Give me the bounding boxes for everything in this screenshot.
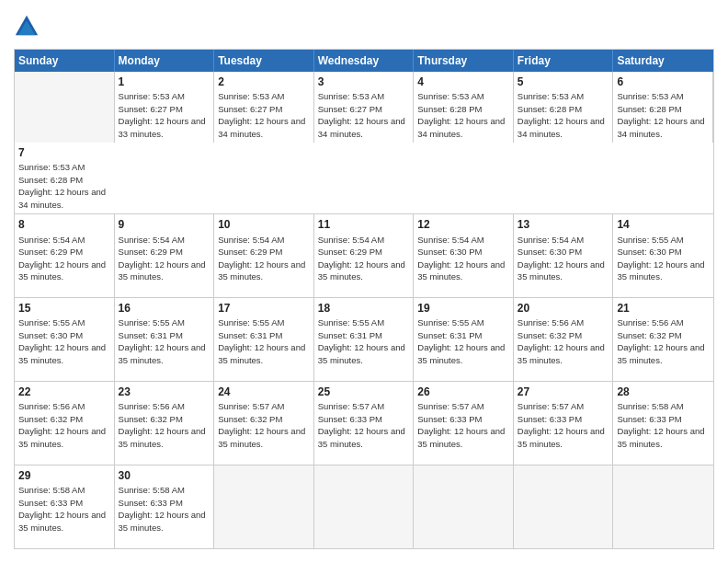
calendar-cell: 10Sunrise: 5:54 AMSunset: 6:29 PMDayligh… <box>214 214 314 297</box>
day-number: 11 <box>318 217 410 232</box>
header-day: Wednesday <box>314 50 415 72</box>
calendar-cell-empty <box>414 465 514 548</box>
calendar-cell: 30Sunrise: 5:58 AMSunset: 6:33 PMDayligh… <box>115 465 215 548</box>
calendar-cell-empty <box>15 72 115 143</box>
cell-info: Sunrise: 5:53 AMSunset: 6:28 PMDaylight:… <box>518 91 605 139</box>
page: SundayMondayTuesdayWednesdayThursdayFrid… <box>0 0 728 563</box>
day-number: 21 <box>617 301 710 316</box>
day-number: 1 <box>119 75 210 89</box>
calendar-cell: 19Sunrise: 5:55 AMSunset: 6:31 PMDayligh… <box>414 298 514 381</box>
calendar: SundayMondayTuesdayWednesdayThursdayFrid… <box>14 49 714 549</box>
day-number: 22 <box>18 385 110 399</box>
calendar-cell: 2Sunrise: 5:53 AMSunset: 6:27 PMDaylight… <box>214 72 314 143</box>
header-day: Saturday <box>613 50 713 72</box>
calendar-cell: 24Sunrise: 5:57 AMSunset: 6:32 PMDayligh… <box>214 382 314 465</box>
day-number: 15 <box>18 301 110 316</box>
calendar-cell: 26Sunrise: 5:57 AMSunset: 6:33 PMDayligh… <box>414 382 514 465</box>
calendar-cell: 13Sunrise: 5:54 AMSunset: 6:30 PMDayligh… <box>514 214 614 297</box>
header-day: Thursday <box>414 50 514 72</box>
calendar-cell: 20Sunrise: 5:56 AMSunset: 6:32 PMDayligh… <box>514 298 614 381</box>
cell-info: Sunrise: 5:53 AMSunset: 6:27 PMDaylight:… <box>119 91 206 139</box>
calendar-cell: 5Sunrise: 5:53 AMSunset: 6:28 PMDaylight… <box>514 72 614 143</box>
day-number: 12 <box>417 217 509 232</box>
calendar-cell: 14Sunrise: 5:55 AMSunset: 6:30 PMDayligh… <box>613 214 713 297</box>
day-number: 28 <box>617 385 710 399</box>
day-number: 2 <box>218 75 310 89</box>
day-number: 19 <box>417 301 509 316</box>
calendar-cell: 18Sunrise: 5:55 AMSunset: 6:31 PMDayligh… <box>314 298 415 381</box>
day-number: 29 <box>18 468 110 483</box>
calendar-cell: 23Sunrise: 5:56 AMSunset: 6:32 PMDayligh… <box>115 382 215 465</box>
logo <box>14 14 43 40</box>
day-number: 9 <box>119 217 210 232</box>
cell-info: Sunrise: 5:54 AMSunset: 6:29 PMDaylight:… <box>18 235 106 282</box>
day-number: 14 <box>617 217 710 232</box>
header-day: Monday <box>115 50 215 72</box>
calendar-cell: 17Sunrise: 5:55 AMSunset: 6:31 PMDayligh… <box>214 298 314 381</box>
day-number: 13 <box>518 217 609 232</box>
cell-info: Sunrise: 5:54 AMSunset: 6:29 PMDaylight:… <box>318 235 405 282</box>
day-number: 30 <box>119 468 210 483</box>
calendar-cell: 15Sunrise: 5:55 AMSunset: 6:30 PMDayligh… <box>15 298 115 381</box>
cell-info: Sunrise: 5:54 AMSunset: 6:30 PMDaylight:… <box>417 235 505 282</box>
header-day: Friday <box>514 50 614 72</box>
cell-info: Sunrise: 5:54 AMSunset: 6:29 PMDaylight:… <box>119 235 206 282</box>
cell-info: Sunrise: 5:54 AMSunset: 6:29 PMDaylight:… <box>218 235 305 282</box>
cell-info: Sunrise: 5:53 AMSunset: 6:28 PMDaylight:… <box>417 91 505 139</box>
day-number: 5 <box>518 75 609 89</box>
day-number: 8 <box>18 217 110 232</box>
calendar-cell: 3Sunrise: 5:53 AMSunset: 6:27 PMDaylight… <box>314 72 415 143</box>
calendar-header: SundayMondayTuesdayWednesdayThursdayFrid… <box>15 50 713 72</box>
cell-info: Sunrise: 5:58 AMSunset: 6:33 PMDaylight:… <box>617 401 704 449</box>
cell-info: Sunrise: 5:55 AMSunset: 6:31 PMDaylight:… <box>119 317 206 365</box>
day-number: 26 <box>417 385 509 399</box>
calendar-cell: 29Sunrise: 5:58 AMSunset: 6:33 PMDayligh… <box>15 465 115 548</box>
cell-info: Sunrise: 5:57 AMSunset: 6:32 PMDaylight:… <box>218 401 305 449</box>
calendar-cell: 1Sunrise: 5:53 AMSunset: 6:27 PMDaylight… <box>115 72 215 143</box>
header-day: Tuesday <box>214 50 314 72</box>
calendar-cell: 11Sunrise: 5:54 AMSunset: 6:29 PMDayligh… <box>314 214 415 297</box>
day-number: 23 <box>119 385 210 399</box>
cell-info: Sunrise: 5:57 AMSunset: 6:33 PMDaylight:… <box>318 401 405 449</box>
calendar-cell: 22Sunrise: 5:56 AMSunset: 6:32 PMDayligh… <box>15 382 115 465</box>
day-number: 7 <box>18 145 111 160</box>
calendar-cell: 4Sunrise: 5:53 AMSunset: 6:28 PMDaylight… <box>414 72 514 143</box>
cell-info: Sunrise: 5:56 AMSunset: 6:32 PMDaylight:… <box>18 401 106 449</box>
calendar-cell-empty <box>214 465 314 548</box>
header-day: Sunday <box>15 50 115 72</box>
header <box>14 14 714 40</box>
calendar-cell: 27Sunrise: 5:57 AMSunset: 6:33 PMDayligh… <box>514 382 614 465</box>
day-number: 25 <box>318 385 410 399</box>
cell-info: Sunrise: 5:57 AMSunset: 6:33 PMDaylight:… <box>518 401 605 449</box>
logo-icon <box>14 14 40 40</box>
calendar-body: 1Sunrise: 5:53 AMSunset: 6:27 PMDaylight… <box>15 72 713 548</box>
calendar-row: 15Sunrise: 5:55 AMSunset: 6:30 PMDayligh… <box>15 298 713 382</box>
cell-info: Sunrise: 5:55 AMSunset: 6:31 PMDaylight:… <box>218 317 305 365</box>
calendar-cell-empty <box>613 465 713 548</box>
cell-info: Sunrise: 5:53 AMSunset: 6:27 PMDaylight:… <box>318 91 405 139</box>
cell-info: Sunrise: 5:55 AMSunset: 6:30 PMDaylight:… <box>18 317 106 365</box>
day-number: 27 <box>518 385 609 399</box>
calendar-cell: 8Sunrise: 5:54 AMSunset: 6:29 PMDaylight… <box>15 214 115 297</box>
cell-info: Sunrise: 5:53 AMSunset: 6:28 PMDaylight:… <box>18 162 106 210</box>
cell-info: Sunrise: 5:58 AMSunset: 6:33 PMDaylight:… <box>18 485 106 533</box>
calendar-cell: 21Sunrise: 5:56 AMSunset: 6:32 PMDayligh… <box>613 298 713 381</box>
day-number: 3 <box>318 75 410 89</box>
calendar-cell: 12Sunrise: 5:54 AMSunset: 6:30 PMDayligh… <box>414 214 514 297</box>
day-number: 24 <box>218 385 310 399</box>
cell-info: Sunrise: 5:55 AMSunset: 6:31 PMDaylight:… <box>417 317 505 365</box>
cell-info: Sunrise: 5:53 AMSunset: 6:28 PMDaylight:… <box>617 91 704 139</box>
calendar-row: 1Sunrise: 5:53 AMSunset: 6:27 PMDaylight… <box>15 72 713 214</box>
day-number: 6 <box>617 75 709 89</box>
calendar-row: 22Sunrise: 5:56 AMSunset: 6:32 PMDayligh… <box>15 382 713 465</box>
calendar-cell-empty <box>314 465 415 548</box>
day-number: 10 <box>218 217 310 232</box>
calendar-cell-empty <box>514 465 614 548</box>
cell-info: Sunrise: 5:58 AMSunset: 6:33 PMDaylight:… <box>119 485 206 533</box>
calendar-row: 8Sunrise: 5:54 AMSunset: 6:29 PMDaylight… <box>15 214 713 298</box>
calendar-cell: 28Sunrise: 5:58 AMSunset: 6:33 PMDayligh… <box>613 382 713 465</box>
cell-info: Sunrise: 5:53 AMSunset: 6:27 PMDaylight:… <box>218 91 305 139</box>
cell-info: Sunrise: 5:57 AMSunset: 6:33 PMDaylight:… <box>417 401 505 449</box>
day-number: 17 <box>218 301 310 316</box>
calendar-row: 29Sunrise: 5:58 AMSunset: 6:33 PMDayligh… <box>15 465 713 548</box>
